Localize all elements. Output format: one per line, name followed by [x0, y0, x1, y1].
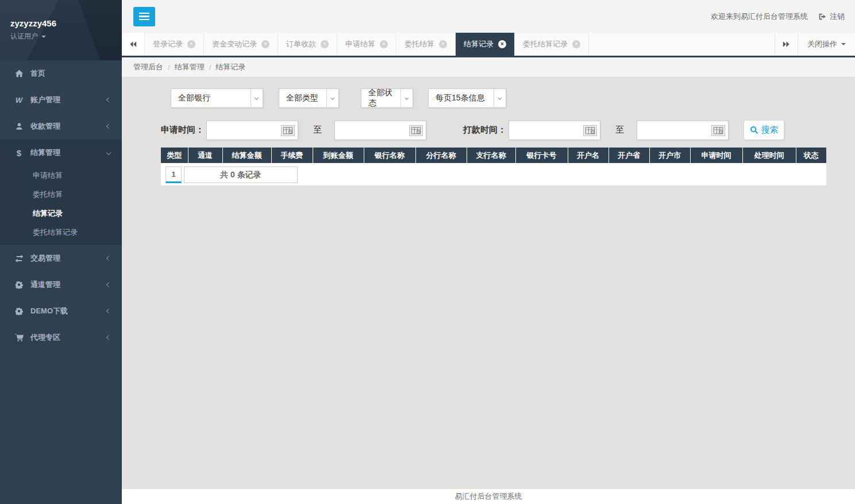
sidebar-subitem-entrust-settlement-records[interactable]: 委托结算记录 — [0, 223, 122, 242]
chevron-down-icon — [494, 89, 506, 107]
column-header-13: 申请时间 — [690, 148, 742, 163]
calendar-icon[interactable] — [409, 125, 423, 136]
pay-time-start-field — [509, 121, 600, 140]
sidebar-item-home[interactable]: 首页 — [0, 60, 122, 87]
select-value: 全部状态 — [361, 89, 400, 107]
select-page-size-filter[interactable]: 每页15条信息 — [428, 88, 506, 108]
tab-close-icon[interactable]: × — [261, 40, 269, 48]
calendar-icon[interactable] — [711, 125, 725, 136]
chevron-down-icon — [106, 150, 111, 156]
sidebar-item-account-management[interactable]: W账户管理 — [0, 87, 122, 113]
breadcrumb-separator: / — [209, 63, 211, 72]
apply-time-start-input[interactable] — [207, 121, 280, 139]
sidebar-item-label: 账户管理 — [30, 95, 107, 105]
record-count: 共 0 条记录 — [184, 166, 298, 183]
breadcrumb-item-1[interactable]: 管理后台 — [133, 62, 163, 72]
tab-label: 订单收款 — [286, 39, 316, 49]
column-header-12: 开户市 — [649, 148, 690, 163]
caret-down-icon — [841, 43, 846, 45]
breadcrumb-item-2[interactable]: 结算管理 — [175, 62, 205, 72]
tab-close-icon[interactable]: × — [498, 40, 506, 48]
logout-button[interactable]: 注销 — [818, 11, 845, 22]
sidebar-group-collection-management: 收款管理 — [0, 113, 122, 139]
user-icon — [14, 122, 24, 130]
sidebar-subitem-apply-settlement[interactable]: 申请结算 — [0, 166, 122, 185]
tab-apply-settlement[interactable]: 申请结算× — [337, 33, 396, 56]
select-value: 全部银行 — [171, 89, 251, 107]
pay-time-label: 打款时间： — [463, 125, 506, 135]
pagination-page-1[interactable]: 1 — [165, 166, 182, 183]
tab-entrust-settlement[interactable]: 委托结算× — [396, 33, 456, 56]
select-status-filter[interactable]: 全部状态 — [361, 88, 413, 108]
tab-label: 委托结算 — [405, 39, 434, 49]
sidebar-item-settlement-management[interactable]: $结算管理 — [0, 139, 122, 166]
close-operations-dropdown[interactable]: 关闭操作 — [798, 33, 855, 56]
sidebar-item-label: 代理专区 — [30, 332, 107, 343]
tabbar: 登录记录×资金变动记录×订单收款×申请结算×委托结算×结算记录×委托结算记录× … — [122, 33, 855, 57]
to-label: 至 — [313, 125, 322, 135]
tabs-scroll-right-button[interactable] — [775, 33, 798, 56]
tab-close-icon[interactable]: × — [439, 40, 447, 48]
sidebar-item-label: 结算管理 — [30, 148, 107, 158]
sidebar-item-trade-management[interactable]: 交易管理 — [0, 245, 122, 272]
tab-order-collection[interactable]: 订单收款× — [278, 33, 337, 56]
tab-close-icon[interactable]: × — [572, 40, 580, 48]
pay-time-end-input[interactable] — [637, 121, 711, 139]
search-icon — [750, 126, 758, 134]
apply-time-end-input[interactable] — [335, 121, 409, 139]
tab-close-icon[interactable]: × — [380, 40, 388, 48]
select-type-filter[interactable]: 全部类型 — [279, 88, 339, 108]
tab-entrust-settlement-records[interactable]: 委托结算记录× — [515, 33, 589, 56]
username: zyzyzzy456 — [10, 18, 122, 28]
exchange-icon — [14, 255, 24, 262]
sidebar-group-channel-management: 通道管理 — [0, 272, 122, 298]
apply-time-label: 申请时间： — [161, 125, 204, 135]
pay-time-start-input[interactable] — [509, 121, 583, 139]
menu-toggle-button[interactable] — [133, 7, 155, 26]
wallet-icon: W — [14, 96, 24, 104]
search-button[interactable]: 搜索 — [744, 120, 784, 140]
sidebar-item-label: 收款管理 — [30, 121, 107, 131]
hamburger-icon — [139, 15, 149, 17]
tabs-scroll-left-button[interactable] — [122, 33, 145, 56]
sidebar-item-demo-download[interactable]: DEMO下载 — [0, 298, 122, 324]
close-operations-label: 关闭操作 — [807, 39, 837, 49]
sidebar-item-collection-management[interactable]: 收款管理 — [0, 113, 122, 139]
tab-close-icon[interactable]: × — [187, 40, 195, 48]
sidebar-item-label: 通道管理 — [30, 280, 107, 290]
sidebar-item-channel-management[interactable]: 通道管理 — [0, 272, 122, 298]
sidebar-subitem-settlement-records[interactable]: 结算记录 — [0, 204, 122, 223]
tabbar-spacer — [589, 33, 775, 56]
sidebar-item-agent-zone[interactable]: 代理专区 — [0, 324, 122, 351]
sidebar-subitem-entrust-settlement[interactable]: 委托结算 — [0, 185, 122, 204]
cart-icon — [14, 334, 24, 342]
tab-label: 资金变动记录 — [212, 39, 257, 49]
double-left-arrow-icon — [129, 41, 137, 48]
calendar-icon[interactable] — [583, 125, 597, 136]
footer-text: 易汇付后台管理系统 — [455, 491, 522, 502]
to-label: 至 — [615, 125, 624, 135]
filter-dates-row: 申请时间： 至 打款时间： 至 — [161, 120, 826, 140]
column-header-14: 处理时间 — [742, 148, 796, 163]
content-area: 全部银行全部类型全部状态每页15条信息 申请时间： 至 打款时间： — [122, 77, 855, 489]
user-profile: zyzyzzy456 认证用户 — [0, 0, 122, 60]
tab-fund-change-records[interactable]: 资金变动记录× — [204, 33, 278, 56]
filter-selects-row: 全部银行全部类型全部状态每页15条信息 — [171, 88, 826, 108]
gear-icon — [14, 307, 24, 315]
select-bank-filter[interactable]: 全部银行 — [171, 88, 263, 108]
user-role-dropdown[interactable]: 认证用户 — [10, 32, 122, 41]
tab-settlement-records[interactable]: 结算记录× — [456, 33, 515, 56]
chevron-down-icon — [400, 89, 413, 107]
apply-time-start-field — [206, 121, 298, 140]
tab-login-records[interactable]: 登录记录× — [145, 33, 204, 56]
column-header-1: 类型 — [161, 148, 188, 163]
column-header-8: 支行名称 — [467, 148, 515, 163]
column-header-10: 开户名 — [568, 148, 608, 163]
calendar-icon[interactable] — [281, 125, 295, 136]
column-header-9: 银行卡号 — [515, 148, 568, 163]
tab-label: 登录记录 — [153, 39, 183, 49]
welcome-text: 欢迎来到易汇付后台管理系统 — [711, 11, 808, 22]
select-value: 全部类型 — [279, 89, 326, 107]
user-role-label: 认证用户 — [10, 32, 38, 41]
tab-close-icon[interactable]: × — [321, 40, 329, 48]
